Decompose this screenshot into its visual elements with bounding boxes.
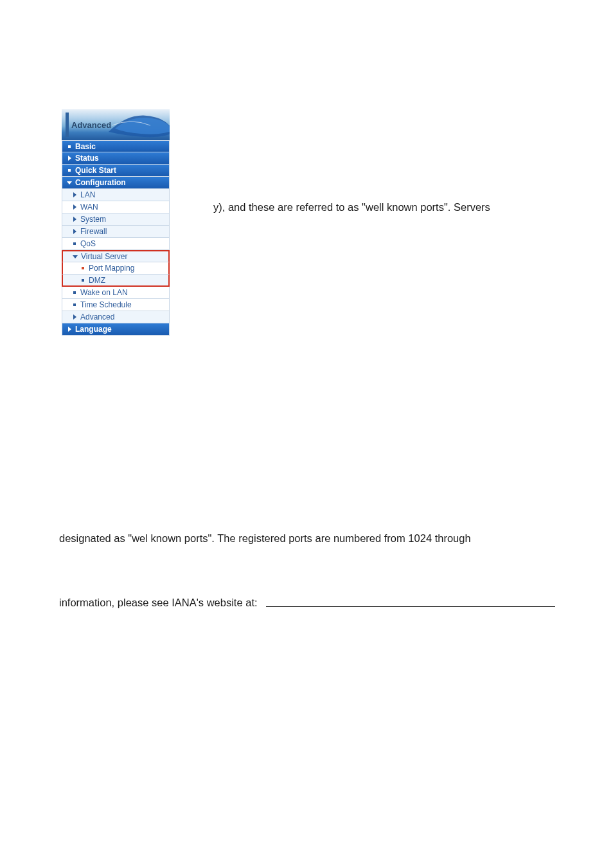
arrow-d-blue-icon xyxy=(72,255,78,258)
menu-item-label: Language xyxy=(75,325,169,334)
menu-item-wake-on-lan[interactable]: Wake on LAN xyxy=(62,287,170,299)
arrow-r-blue-icon xyxy=(71,204,78,210)
header-swoosh-icon xyxy=(105,109,170,140)
menu-item-label: DMZ xyxy=(89,276,168,285)
menu-item-label: Quick Start xyxy=(75,166,169,175)
bullet-white-icon xyxy=(66,169,73,172)
arrow-r-white-icon xyxy=(66,327,73,332)
menu-item-lan[interactable]: LAN xyxy=(62,189,170,201)
menu-item-firewall[interactable]: Firewall xyxy=(62,226,170,238)
menu-item-label: WAN xyxy=(80,203,169,212)
sidebar-menu: BasicStatusQuick StartConfigurationLANWA… xyxy=(62,140,170,336)
menu-item-basic[interactable]: Basic xyxy=(62,140,170,152)
sidebar-header: Advanced xyxy=(62,109,170,140)
arrow-r-white-icon xyxy=(66,156,73,161)
menu-item-configuration[interactable]: Configuration xyxy=(62,177,170,189)
menu-item-system[interactable]: System xyxy=(62,213,170,226)
body-text-fragment-3: information, please see IANA's website a… xyxy=(59,595,258,611)
menu-item-label: Port Mapping xyxy=(89,264,168,273)
menu-item-label: Wake on LAN xyxy=(80,288,169,297)
arrow-r-blue-icon xyxy=(71,229,78,234)
menu-item-label: QoS xyxy=(80,239,169,248)
bullet-white-icon xyxy=(66,145,73,148)
arrow-r-blue-icon xyxy=(71,217,78,222)
bullet-blue-icon xyxy=(71,242,78,245)
arrow-r-blue-icon xyxy=(71,192,78,197)
menu-item-quick-start[interactable]: Quick Start xyxy=(62,165,170,177)
bullet-blue-icon xyxy=(80,279,86,282)
header-accent-bar xyxy=(66,113,69,137)
bullet-blue-icon xyxy=(71,291,78,294)
menu-item-virtual-server[interactable]: Virtual Server xyxy=(62,250,170,262)
menu-item-qos[interactable]: QoS xyxy=(62,238,170,250)
menu-item-label: Advanced xyxy=(80,312,169,321)
body-text-fragment-2: designated as "wel known ports". The reg… xyxy=(59,530,567,547)
menu-item-label: Time Schedule xyxy=(80,300,169,309)
menu-item-port-mapping[interactable]: Port Mapping xyxy=(62,262,170,275)
menu-item-label: Basic xyxy=(75,142,169,151)
menu-item-label: System xyxy=(80,215,169,224)
link-underline xyxy=(266,606,555,607)
menu-item-label: Configuration xyxy=(75,178,169,187)
bullet-red-icon xyxy=(80,267,86,269)
menu-item-dmz[interactable]: DMZ xyxy=(62,275,170,287)
arrow-d-white-icon xyxy=(66,181,73,185)
body-text-fragment-1: y), and these are referred to as "well k… xyxy=(213,199,560,215)
menu-item-language[interactable]: Language xyxy=(62,323,170,336)
menu-item-label: Status xyxy=(75,154,169,163)
menu-item-time-schedule[interactable]: Time Schedule xyxy=(62,299,170,311)
menu-item-label: Firewall xyxy=(80,227,169,236)
menu-item-status[interactable]: Status xyxy=(62,152,170,165)
bullet-blue-icon xyxy=(71,303,78,306)
header-title: Advanced xyxy=(71,120,111,130)
menu-item-label: Virtual Server xyxy=(81,252,168,261)
arrow-r-blue-icon xyxy=(71,314,78,320)
menu-item-wan[interactable]: WAN xyxy=(62,201,170,213)
menu-item-advanced[interactable]: Advanced xyxy=(62,311,170,323)
sidebar: Advanced BasicStatusQuick StartConfigura… xyxy=(62,109,170,336)
menu-item-label: LAN xyxy=(80,190,169,199)
